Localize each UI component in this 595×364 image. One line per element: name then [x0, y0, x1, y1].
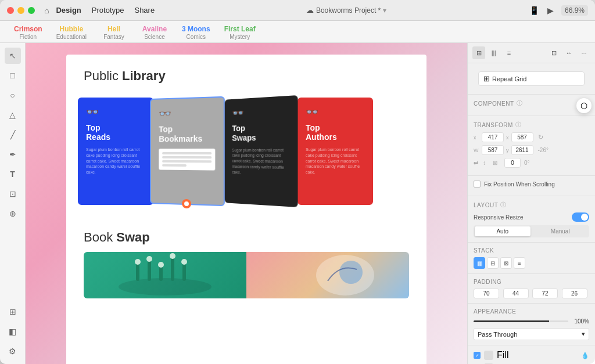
component-3d-icon[interactable]: ⬡	[576, 98, 592, 113]
fill-swatch[interactable]	[484, 351, 493, 360]
repeat-grid-icon: ⊞	[483, 74, 490, 83]
tab-hell[interactable]: Hell Fantasy	[94, 25, 134, 42]
book-card-top-swaps[interactable]: 👓 TopSwaps Sugar plum bonbon roll carrot…	[225, 95, 298, 207]
title-bar: ⌂ Design Prototype Share ☁ Bookworms Pro…	[0, 0, 595, 21]
plugins-icon[interactable]: ⚙	[5, 343, 21, 359]
blend-mode-dropdown[interactable]: Pass Through ▾	[474, 328, 589, 340]
component-info-icon: ⓘ	[517, 99, 523, 107]
align-right-icon[interactable]: ≡	[503, 46, 515, 59]
tab-sub-hubble: Educational	[56, 34, 87, 40]
home-icon[interactable]: ⌂	[44, 6, 49, 15]
bookmarks-title: TopBookmarks	[159, 124, 215, 144]
tab-3moons[interactable]: 3 Moons Comics	[175, 25, 217, 42]
transform-section-title: TRANSFORM ⓘ	[474, 121, 589, 129]
angle-input[interactable]	[504, 158, 521, 168]
reads-icon: 👓	[86, 106, 145, 118]
appearance-section-title: APPEARANCE	[474, 308, 589, 315]
library-text: Library	[122, 69, 166, 83]
w-input[interactable]	[482, 145, 504, 155]
minimize-button[interactable]	[17, 7, 24, 14]
fix-position-section: Fix Position When Scrolling	[468, 176, 595, 196]
stack-icon-4[interactable]: ≡	[514, 257, 525, 269]
repeat-grid-button[interactable]: ⊞ Repeat Grid	[478, 71, 585, 86]
stack-section-title: Stack	[474, 247, 589, 254]
h-input[interactable]	[511, 145, 533, 155]
fix-position-label: Fix Position When Scrolling	[484, 181, 555, 188]
swaps-text: Sugar plum bonbon roll carrot cake puddi…	[232, 147, 289, 176]
crop-tool-icon[interactable]: ⊡	[5, 186, 21, 202]
play-icon[interactable]: ▶	[545, 5, 557, 16]
tab-firstleaf[interactable]: First Leaf Mystery	[217, 25, 263, 42]
text-tool-icon[interactable]: T	[5, 166, 21, 182]
responsive-resize-row: Responsive Resize	[474, 212, 589, 222]
book-card-top-authors[interactable]: 👓 TopAuthors Sugar plum bonbon roll carr…	[298, 98, 373, 205]
bookmarks-icon: 👓	[159, 106, 215, 120]
right-panel: ⊞ ||| ≡ ⊡ ↔ ··· ⊞ Repeat Grid COMPONENT	[467, 43, 595, 364]
rectangle-tool-icon[interactable]: □	[5, 67, 21, 84]
zoom-indicator[interactable]: 66.9%	[561, 5, 588, 16]
share-nav-btn[interactable]: Share	[130, 5, 159, 16]
book-card-top-reads[interactable]: 👓 TopReads Sugar plum bonbon roll carrot…	[78, 98, 153, 205]
authors-title: TopAuthors	[306, 123, 365, 143]
y-input[interactable]	[511, 132, 533, 142]
triangle-tool-icon[interactable]: △	[5, 107, 21, 123]
tab-bar: Crimson Fiction Hubble Educational Hell …	[0, 21, 595, 43]
chain-icon: ⇄	[474, 160, 478, 166]
opacity-slider[interactable]	[474, 320, 568, 322]
selection-indicator	[182, 199, 191, 208]
align-left-icon[interactable]: ⊞	[472, 46, 485, 59]
pen-tool-icon[interactable]: ✒	[5, 146, 21, 163]
layers-icon[interactable]: ◧	[5, 323, 21, 340]
stack-icon-3[interactable]: ⊠	[500, 257, 512, 269]
transform-wh-row: W y -26°	[474, 145, 589, 155]
tab-hubble[interactable]: Hubble Educational	[49, 25, 94, 42]
select-tool-icon[interactable]: ↖	[5, 48, 21, 64]
left-sidebar: ↖ □ ○ △ ╱ ✒ T ⊡ ⊕ ⊞ ◧ ⚙	[0, 43, 26, 364]
canvas-area[interactable]: Public Library 👓 TopReads Sugar plum bon…	[26, 43, 467, 364]
fix-position-checkbox[interactable]	[474, 181, 481, 188]
authors-icon: 👓	[306, 106, 365, 118]
align-center-icon[interactable]: |||	[488, 46, 500, 59]
tab-avaline[interactable]: Avaline Science	[134, 25, 175, 42]
prototype-nav-btn[interactable]: Prototype	[87, 5, 129, 16]
stack-icon-2[interactable]: ⊟	[487, 257, 499, 269]
swap-image-green	[84, 252, 246, 298]
book-text: Book	[84, 230, 116, 244]
tab-crimson[interactable]: Crimson Fiction	[7, 25, 49, 42]
maximize-button[interactable]	[28, 7, 35, 14]
responsive-resize-toggle[interactable]	[572, 212, 589, 222]
transform-info-icon: ⓘ	[515, 121, 522, 129]
fill-eyedropper-icon[interactable]: 💧	[581, 352, 589, 359]
stack-icon-1[interactable]: ▦	[474, 257, 485, 269]
assets-icon[interactable]: ⊞	[5, 304, 21, 320]
line-tool-icon[interactable]: ╱	[5, 127, 21, 143]
zoom-tool-icon[interactable]: ⊕	[5, 206, 21, 222]
fill-checkbox[interactable]: ✓	[474, 352, 481, 359]
public-text: Public	[84, 69, 122, 83]
padding-right-input[interactable]	[503, 289, 529, 298]
swap-anime-illustration	[246, 252, 409, 298]
app-window: ⌂ Design Prototype Share ☁ Bookworms Pro…	[0, 0, 595, 364]
auto-button[interactable]: Auto	[475, 226, 531, 236]
tab-sub-avaline: Science	[144, 34, 165, 40]
tab-name-hell: Hell	[107, 25, 120, 33]
aspect-icon: ↕	[483, 160, 486, 166]
manual-button[interactable]: Manual	[533, 226, 589, 236]
design-nav-btn[interactable]: Design	[51, 5, 85, 16]
padding-left-input[interactable]	[562, 289, 587, 298]
more-icon[interactable]: ···	[578, 46, 590, 59]
svg-point-8	[158, 262, 164, 268]
svg-rect-2	[148, 261, 151, 281]
svg-rect-1	[136, 264, 139, 281]
device-icon[interactable]: 📱	[529, 5, 540, 16]
padding-bottom-input[interactable]	[532, 289, 558, 298]
padding-top-input[interactable]	[474, 289, 499, 298]
repeat-grid-section: ⊞ Repeat Grid	[468, 63, 595, 95]
fill-section: ✓ Fill 💧 — Border 💧 Size — Dash 0	[468, 345, 595, 364]
x-input[interactable]	[482, 132, 504, 142]
ellipse-tool-icon[interactable]: ○	[5, 87, 21, 103]
book-card-top-bookmarks[interactable]: 👓 TopBookmarks	[150, 96, 225, 206]
grid-icon[interactable]: ⊡	[547, 46, 560, 59]
distribute-icon[interactable]: ↔	[562, 46, 575, 59]
close-button[interactable]	[7, 7, 14, 14]
